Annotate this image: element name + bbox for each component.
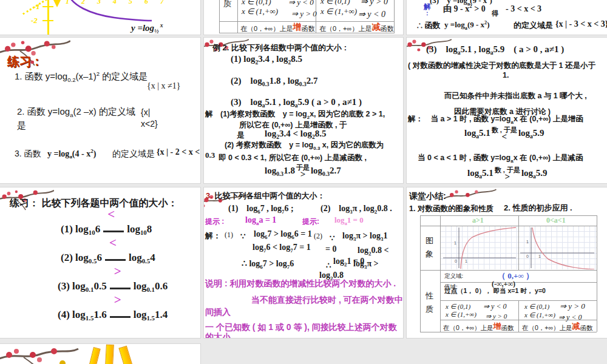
answer-1: {x | x ≠1} — [147, 81, 180, 91]
analysis-note-3: 而已知条件中并未指出底数 a 与 1 哪个大 , — [444, 91, 587, 101]
solve-colon: ： — [424, 9, 430, 18]
log-left: log1.51.6 — [72, 309, 107, 320]
answer-value: > — [114, 292, 121, 308]
question-2: (2) log0.31.8 , log0.32.7 — [231, 75, 318, 87]
step-result: - 3 < x < 3 — [506, 4, 541, 14]
part-2-number: (2) — [314, 232, 322, 241]
inequality-left: log0.31.8 — [265, 166, 295, 175]
compare-item-1: (1) log106<log108 — [61, 223, 152, 236]
slide-thumbnail-6[interactable]: (3) loga5.1 , loga5.9 ( a > 0 , a≠1 ) ( … — [407, 38, 607, 183]
slide-thumbnail-8[interactable]: 3. 比较下列各组中两个值的大小： (1) log67 , log76 ; (2… — [204, 187, 403, 338]
answer-2-line2: x<2} — [141, 119, 158, 129]
case1-line: 解： 当 a > 1 时 , 函数 y=logax 在 (0,+∞) 上是增函 — [408, 114, 583, 125]
implication: ⇒ y < 0 — [558, 313, 582, 322]
solution-2-line2: 即 0 < 0.3 < 1, 所以它在 (0,+∞) 上是减函数 , — [219, 153, 367, 163]
tick-label: 1 — [465, 259, 467, 263]
monotonic-decreasing-note: 在（0，+∞）上是减函数 — [522, 322, 592, 333]
answer-value: < — [109, 235, 117, 251]
slide-thumbnail-2[interactable]: 质 x ∈ (0,1) ⇒ y < 0 x ∈ (1,+∞) ⇒ y > 0 x… — [204, 0, 403, 35]
note-prefix: 在（0，+∞）上是 — [319, 25, 371, 32]
log-right: log0.54 — [129, 252, 155, 263]
log-right: log0.10.6 — [134, 280, 168, 292]
title-number: 3. — [206, 191, 212, 200]
curve-formula: y =log½ x — [131, 22, 163, 35]
case2-line: 当 0 < a < 1 时 , 函数 y=logax 在 (0,+∞) 上是减函 — [418, 153, 583, 164]
tick-label: 0 — [526, 254, 529, 258]
practice-compare-title: 练习： 比较下列各题中两个值的大小： — [10, 197, 177, 210]
question-3: (3) loga5.1 , loga5.9 ( a > 0 , a≠1 ) — [231, 96, 362, 109]
plum-blossom-icon — [0, 345, 81, 364]
hint-1-formula: logaa = 1 — [245, 215, 276, 226]
slide-thumbnail-7[interactable]: 练习： 比较下列各题中两个值的大小： (1) log106<log108 (2)… — [0, 187, 200, 338]
domain-label: 定义域: — [444, 272, 463, 280]
implication: ⇒ y > 0 — [291, 9, 317, 19]
implication: ⇒ y < 0 — [358, 9, 385, 19]
inequality-left: loga5.1 — [464, 128, 490, 138]
formula-4b: = 0 — [325, 244, 336, 254]
note-prefix: 在（0，+∞）上是 — [443, 324, 493, 331]
monotonic-decreasing-note: 在（0，+∞）上是减函数 — [319, 23, 393, 34]
note-suffix: 函数 — [501, 324, 514, 331]
question3-title: 3. 比较下列各组中两个值的大小： — [206, 190, 325, 201]
condition: x ∈ (0,1) — [524, 303, 549, 311]
log-left: log0.56 — [75, 252, 102, 263]
inequality-right: loga5.9 — [518, 128, 544, 138]
formula-6b: log3π > — [353, 259, 379, 270]
log-right: log1.51.4 — [134, 309, 168, 320]
compare-item-3: (3) log0.10.5>log0.10.6 — [58, 280, 168, 293]
formula-2: log76 < log77 = 1 — [253, 243, 311, 254]
practice-item-3-prefix: 3. 函数 — [15, 149, 41, 160]
remark-line-2: 当不能直接进行比较时 , 可在两个对数中 — [251, 295, 403, 306]
item-number: (1) — [61, 223, 75, 235]
conclusion-formula: y =loga(9 - x2) — [444, 20, 490, 31]
log-curve-graph — [0, 0, 200, 35]
formula-5: log20.8 < — [358, 246, 388, 257]
sub-question-2: (2) log3π , log20.8 . — [320, 203, 392, 215]
implication: ⇒ y > 0 — [486, 312, 507, 320]
case2-inequality: loga5.1数 , 于是>loga5.9 — [467, 167, 548, 181]
row-label-graph: 图象 — [426, 234, 435, 261]
inequality-left: loga5.1 — [467, 168, 493, 178]
solution-label: 解： — [205, 231, 221, 241]
conclusion-middle: 的定义域是 — [514, 20, 553, 31]
remark-line-4: 一 个已知数 ( 如 1 或 0 等 ), 间接比较上述两个对数 — [205, 322, 397, 333]
slide-thumbnail-1[interactable]: 1 2 3 4 5 6 7 -1 -2 y =log½ x — [0, 0, 200, 35]
answer-value: > — [114, 264, 121, 279]
condition: x ∈ (1,+∞) — [242, 7, 278, 16]
column-header-a-lt-1: 0<a<1 — [546, 216, 566, 225]
solution-2-base: 0.3 — [205, 150, 215, 160]
tick-label: 0 — [455, 259, 457, 263]
compare-item-2: (2) log0.56<log0.54 — [61, 251, 155, 265]
slide-thumbnail-4[interactable]: 练习 : 1. 函数 y=log0.2(x–1)2 的定义域是 {x | x ≠… — [0, 38, 200, 183]
practice-item-2: 2. 函数 y=loga(2 –x) 的定义域 是 — [17, 106, 138, 132]
answer-3: {x | - 2 < x < 2} — [157, 147, 200, 157]
implication: ⇒ y > 0 — [361, 0, 388, 7]
tick-label: 1 — [454, 241, 456, 245]
conclusion-prefix: ∴ 函数 — [416, 20, 441, 31]
comparison-sign: > — [296, 170, 310, 178]
slide-thumbnail-10[interactable] — [0, 344, 200, 364]
overlap-stack: 于是> — [296, 165, 310, 178]
log-curve-decreasing — [519, 226, 597, 269]
wordart-stroke — [118, 346, 132, 364]
because-symbol: ∵ — [240, 232, 245, 241]
slide-thumbnail-9[interactable]: 课堂小结: 1. 对数函数的图象和性质 2. 性质的初步应用 . a>1 0<a… — [407, 187, 607, 338]
remark-line-3: 间插入 — [205, 307, 231, 318]
log-left: log106 — [75, 223, 100, 235]
therefore-symbol: ∴ — [326, 261, 331, 271]
answer-blank: < — [103, 223, 124, 232]
step-connector: 得 — [492, 9, 498, 18]
decreasing-keyword: 减 — [371, 22, 380, 32]
condition: x ∈ (0,1) — [242, 0, 271, 7]
comparison-sign: < — [492, 133, 517, 141]
implication: ⇒ y < 0 — [288, 0, 314, 7]
hint-2-formula: loga1 = 0 — [334, 215, 364, 226]
slide-thumbnail-5[interactable]: 例 2. 比较下列各组数中两个值的大小 : (1) log23.4 , log2… — [204, 38, 403, 183]
conclusion-set: {x | - 3 < x < 3} — [555, 19, 607, 29]
increasing-keyword: 增 — [293, 22, 301, 32]
slide-thumbnail-3[interactable]: (3) y =loga(9 - x2) 解 ： 由 9 - x2 > 0 得 -… — [407, 0, 607, 35]
remark-line-5: 的大小 — [205, 332, 231, 338]
question-1: (1) log23.4 , log28.5 — [231, 54, 302, 66]
answer-2-line1: {x| — [141, 107, 150, 117]
log-left: log0.10.5 — [72, 280, 107, 292]
